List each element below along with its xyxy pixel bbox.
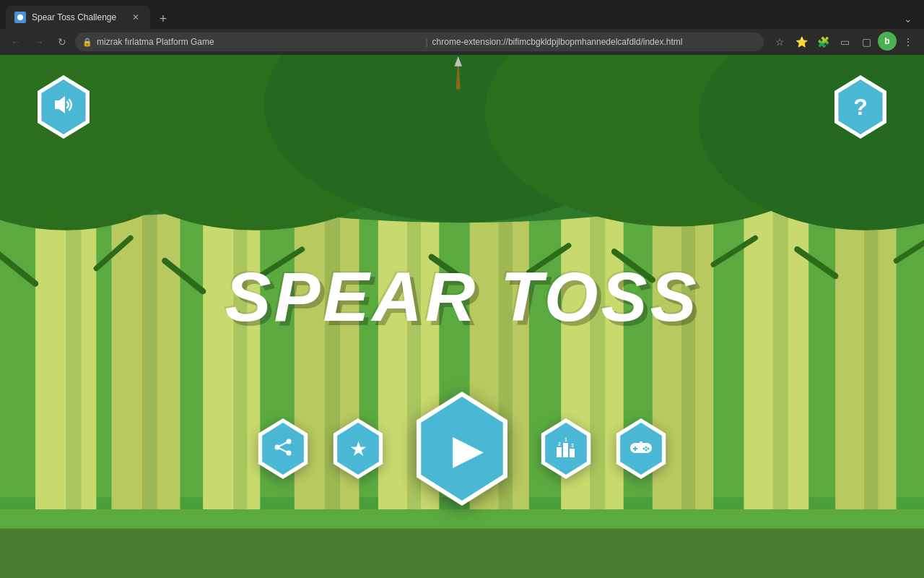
address-separator: |: [425, 37, 427, 47]
svg-rect-57: [570, 449, 575, 457]
svg-point-65: [648, 448, 650, 450]
menu-button[interactable]: ⋮: [898, 32, 918, 52]
tab-favicon: [14, 12, 26, 23]
svg-point-66: [643, 448, 645, 450]
game-title: SPEAR ToSS: [225, 257, 699, 337]
new-tab-button[interactable]: +: [153, 9, 173, 29]
address-bar[interactable]: 🔒 mizrak fırlatma Platform Game | chrome…: [75, 33, 764, 51]
extension-button[interactable]: 🧩: [813, 32, 833, 52]
favorites-button[interactable]: ★: [331, 418, 385, 479]
controller-button[interactable]: [614, 418, 668, 479]
sound-button[interactable]: [35, 75, 92, 139]
tab-close-button[interactable]: ✕: [130, 12, 141, 23]
help-button[interactable]: ?: [832, 75, 889, 139]
leaderboard-icon: 2 1 3: [555, 437, 577, 460]
svg-rect-22: [864, 200, 878, 528]
svg-line-54: [277, 447, 289, 453]
svg-rect-55: [557, 447, 562, 457]
sound-icon: [52, 95, 75, 120]
svg-rect-13: [66, 207, 81, 527]
svg-rect-14: [142, 192, 157, 527]
lock-icon: 🔒: [82, 38, 92, 47]
svg-rect-20: [681, 192, 695, 527]
svg-point-64: [645, 447, 648, 449]
svg-rect-3: [35, 207, 96, 527]
svg-point-0: [17, 14, 23, 20]
active-tab[interactable]: Spear Toss Challenge ✕: [6, 6, 150, 29]
svg-marker-49: [55, 96, 65, 113]
svg-rect-46: [0, 509, 924, 528]
forward-button[interactable]: →: [29, 32, 49, 52]
tab-title: Spear Toss Challenge: [32, 12, 124, 22]
play-button[interactable]: ▶: [411, 392, 513, 506]
svg-rect-21: [773, 184, 788, 527]
controller-icon: [629, 439, 653, 458]
bottom-buttons: ★ ▶: [256, 392, 668, 506]
tab-menu-button[interactable]: ⌄: [898, 9, 918, 29]
share-button[interactable]: [256, 418, 310, 479]
svg-text:3: 3: [571, 443, 574, 448]
game-area: ? SPEAR ToSS: [0, 55, 924, 578]
share-icon: [273, 437, 293, 460]
reload-button[interactable]: ↻: [52, 32, 72, 52]
address-url-text: chrome-extension://bifimcbgkldpjlbopmhan…: [432, 37, 757, 47]
help-icon: ?: [853, 94, 868, 121]
back-button[interactable]: ←: [6, 32, 26, 52]
play-icon: ▶: [453, 426, 484, 473]
tab-bar: Spear Toss Challenge ✕ + ⌄: [0, 0, 924, 29]
cast-button[interactable]: ▭: [834, 32, 855, 52]
svg-text:2: 2: [558, 441, 561, 447]
window-button[interactable]: ▢: [856, 32, 876, 52]
browser-frame: Spear Toss Challenge ✕ + ⌄ ← → ↻ 🔒 mizra…: [0, 0, 924, 578]
profile-button[interactable]: b: [878, 32, 897, 51]
star-button[interactable]: ⭐: [791, 32, 811, 52]
svg-point-67: [645, 449, 648, 452]
leaderboard-button[interactable]: 2 1 3: [539, 418, 593, 479]
bookmark-page-button[interactable]: ☆: [770, 32, 790, 52]
address-site-text: mizrak fırlatma Platform Game: [97, 37, 421, 47]
nav-actions: ☆ ⭐ 🧩 ▭ ▢ b ⋮: [770, 32, 918, 52]
svg-rect-56: [563, 443, 568, 457]
svg-rect-63: [633, 448, 637, 449]
svg-line-53: [277, 441, 289, 447]
svg-text:1: 1: [565, 437, 567, 442]
star-icon: ★: [349, 437, 367, 461]
nav-bar: ← → ↻ 🔒 mizrak fırlatma Platform Game | …: [0, 29, 924, 55]
